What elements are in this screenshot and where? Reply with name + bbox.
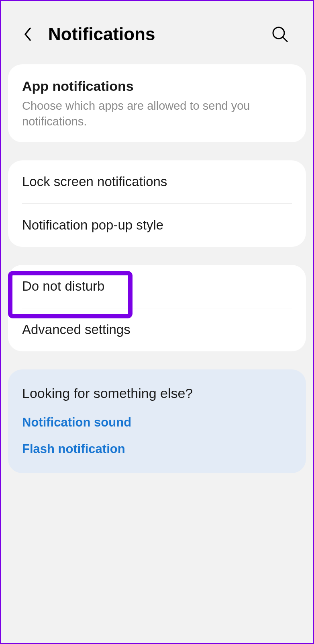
item-notification-popup-style[interactable]: Notification pop-up style <box>8 204 306 247</box>
card-looking-for: Looking for something else? Notification… <box>8 369 306 473</box>
looking-for-title: Looking for something else? <box>22 386 292 401</box>
search-button[interactable] <box>270 24 290 44</box>
item-subtitle: Choose which apps are allowed to send yo… <box>22 98 292 129</box>
page-title: Notifications <box>48 24 258 44</box>
item-title: App notifications <box>22 77 292 95</box>
back-icon <box>23 27 33 42</box>
svg-point-0 <box>273 27 284 39</box>
card-notification-settings: Lock screen notifications Notification p… <box>8 160 306 247</box>
link-flash-notification[interactable]: Flash notification <box>22 442 292 456</box>
item-title: Lock screen notifications <box>22 173 292 191</box>
card-app-notifications: App notifications Choose which apps are … <box>8 64 306 142</box>
search-icon <box>271 26 288 43</box>
item-title: Notification pop-up style <box>22 217 292 234</box>
card-dnd-advanced: Do not disturb Advanced settings <box>8 265 306 351</box>
header: Notifications <box>0 0 314 64</box>
item-title: Do not disturb <box>22 278 292 295</box>
item-do-not-disturb[interactable]: Do not disturb <box>8 265 306 308</box>
item-lock-screen-notifications[interactable]: Lock screen notifications <box>8 160 306 203</box>
back-button[interactable] <box>20 26 36 42</box>
item-advanced-settings[interactable]: Advanced settings <box>8 308 306 351</box>
link-notification-sound[interactable]: Notification sound <box>22 415 292 430</box>
item-title: Advanced settings <box>22 321 292 338</box>
item-app-notifications[interactable]: App notifications Choose which apps are … <box>8 64 306 142</box>
